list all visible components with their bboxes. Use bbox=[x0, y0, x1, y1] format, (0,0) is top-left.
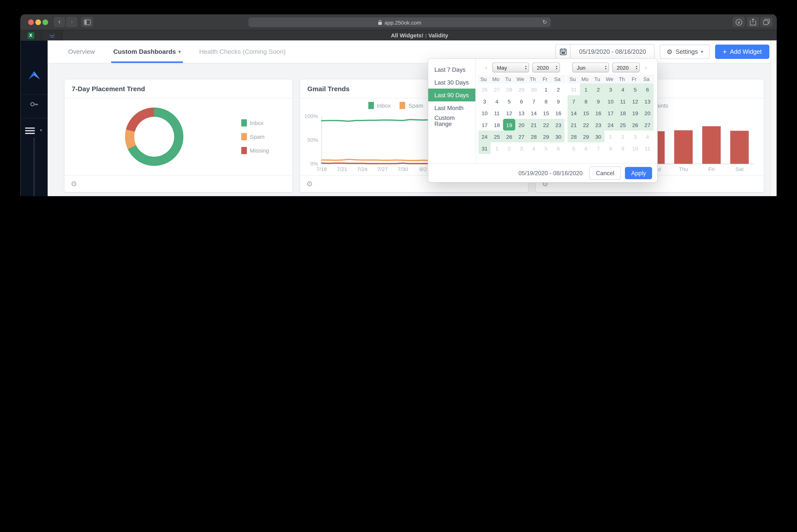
calendar-day[interactable]: 25 bbox=[617, 119, 629, 130]
calendar-day[interactable]: 19 bbox=[629, 107, 642, 119]
active-tab[interactable]: All Widgets! : Validity bbox=[62, 30, 777, 40]
refresh-icon[interactable]: ↻ bbox=[542, 19, 547, 25]
calendar-day[interactable]: 27 bbox=[642, 119, 654, 130]
calendar-day[interactable]: 15 bbox=[580, 107, 592, 119]
calendar-day[interactable]: 4 bbox=[528, 142, 540, 154]
calendar-day[interactable]: 11 bbox=[491, 107, 503, 119]
calendar-day[interactable]: 4 bbox=[491, 95, 503, 107]
sidebar-toggle-icon[interactable] bbox=[81, 17, 93, 27]
tab-overview[interactable]: Overview bbox=[68, 40, 95, 63]
cancel-button[interactable]: Cancel bbox=[589, 166, 621, 180]
tab-overview-icon[interactable] bbox=[760, 17, 773, 27]
calendar-day[interactable]: 6 bbox=[580, 142, 592, 154]
calendar-day[interactable]: 12 bbox=[629, 95, 642, 107]
calendar-day[interactable]: 22 bbox=[580, 119, 592, 130]
calendar-day[interactable]: 11 bbox=[642, 142, 654, 154]
tab-health-checks[interactable]: Health Checks (Coming Soon) bbox=[199, 40, 286, 63]
apply-button[interactable]: Apply bbox=[625, 167, 652, 179]
add-widget-button[interactable]: + Add Widget bbox=[715, 44, 770, 59]
calendar-day[interactable]: 18 bbox=[617, 107, 629, 119]
calendar-day[interactable]: 9 bbox=[592, 95, 604, 107]
calendar-day[interactable]: 14 bbox=[528, 107, 540, 119]
calendar-day[interactable]: 16 bbox=[552, 107, 564, 119]
calendar-day[interactable]: 5 bbox=[540, 142, 552, 154]
calendar-day[interactable]: 2 bbox=[617, 131, 629, 142]
calendar-day[interactable]: 6 bbox=[552, 142, 564, 154]
calendar-day[interactable]: 23 bbox=[552, 119, 564, 130]
datepicker-preset[interactable]: Last 7 Days bbox=[428, 63, 475, 76]
calendar-day[interactable]: 8 bbox=[580, 95, 592, 107]
page-scrollbar[interactable] bbox=[771, 40, 777, 196]
close-window-button[interactable] bbox=[28, 19, 34, 25]
datepicker-preset[interactable]: Last 30 Days bbox=[428, 76, 475, 89]
calendar-day[interactable]: 14 bbox=[568, 107, 580, 119]
calendar-day[interactable]: 16 bbox=[592, 107, 604, 119]
calendar-day[interactable]: 18 bbox=[491, 119, 503, 130]
downloads-icon[interactable] bbox=[733, 17, 745, 27]
calendar-day[interactable]: 5 bbox=[503, 95, 515, 107]
brand-logo-icon[interactable] bbox=[20, 70, 48, 81]
calendar-day[interactable]: 2 bbox=[552, 83, 564, 95]
date-range-field[interactable]: 05/19/2020 - 08/16/2020 bbox=[555, 44, 655, 59]
month-select[interactable]: Jun▴▾ bbox=[572, 62, 609, 72]
calendar-day[interactable]: 8 bbox=[540, 95, 552, 107]
calendar-day[interactable]: 30 bbox=[592, 131, 604, 142]
datepicker-preset[interactable]: Custom Range bbox=[428, 114, 475, 127]
calendar-day[interactable]: 7 bbox=[568, 95, 580, 107]
share-icon[interactable] bbox=[747, 17, 759, 27]
calendar-day[interactable]: 3 bbox=[478, 95, 491, 107]
calendar-day[interactable]: 15 bbox=[540, 107, 552, 119]
calendar-day[interactable]: 8 bbox=[604, 142, 617, 154]
url-bar[interactable]: app.250ok.com ↻ bbox=[248, 17, 551, 27]
calendar-day[interactable]: 9 bbox=[617, 142, 629, 154]
calendar-day[interactable]: 1 bbox=[491, 142, 503, 154]
calendar-day[interactable]: 24 bbox=[604, 119, 617, 130]
calendar-day[interactable]: 23 bbox=[592, 119, 604, 130]
calendar-day[interactable]: 6 bbox=[642, 83, 654, 95]
year-select[interactable]: 2020▴▾ bbox=[532, 62, 560, 72]
calendar-day[interactable]: 20 bbox=[642, 107, 654, 119]
calendar-icon[interactable] bbox=[556, 44, 571, 59]
calendar-day[interactable]: 4 bbox=[617, 83, 629, 95]
calendar-day[interactable]: 22 bbox=[540, 119, 552, 130]
calendar-day[interactable]: 1 bbox=[604, 131, 617, 142]
calendar-day[interactable]: 21 bbox=[528, 119, 540, 130]
calendar-day[interactable]: 11 bbox=[617, 95, 629, 107]
key-icon[interactable] bbox=[20, 100, 48, 109]
month-select[interactable]: May▴▾ bbox=[492, 62, 529, 72]
calendar-day[interactable]: 5 bbox=[629, 83, 642, 95]
calendar-day[interactable]: 26 bbox=[503, 131, 515, 142]
settings-button[interactable]: ⚙ Settings ▾ bbox=[660, 44, 710, 59]
calendar-day[interactable]: 10 bbox=[604, 95, 617, 107]
forward-button[interactable]: › bbox=[66, 17, 77, 27]
calendar-day[interactable]: 13 bbox=[515, 107, 527, 119]
calendar-day[interactable]: 28 bbox=[568, 131, 580, 142]
calendar-day[interactable]: 31 bbox=[568, 83, 580, 95]
calendar-day[interactable]: 2 bbox=[503, 142, 515, 154]
calendar-day[interactable]: 30 bbox=[552, 131, 564, 142]
calendar-day[interactable]: 10 bbox=[478, 107, 491, 119]
calendar-day[interactable]: 19 bbox=[503, 119, 515, 130]
calendar-day[interactable]: 1 bbox=[540, 83, 552, 95]
calendar-day[interactable]: 9 bbox=[552, 95, 564, 107]
calendar-day[interactable]: 10 bbox=[629, 142, 642, 154]
calendar-day[interactable]: 28 bbox=[503, 83, 515, 95]
calendar-day[interactable]: 12 bbox=[503, 107, 515, 119]
calendar-day[interactable]: 27 bbox=[491, 83, 503, 95]
widget-settings-icon[interactable]: ⚙ bbox=[306, 180, 313, 188]
calendar-day[interactable]: 26 bbox=[478, 83, 491, 95]
calendar-day[interactable]: 29 bbox=[540, 131, 552, 142]
calendar-day[interactable]: 4 bbox=[642, 131, 654, 142]
calendar-day[interactable]: 26 bbox=[629, 119, 642, 130]
calendar-day[interactable]: 29 bbox=[580, 131, 592, 142]
calendar-day[interactable]: 30 bbox=[528, 83, 540, 95]
calendar-day[interactable]: 24 bbox=[478, 131, 491, 142]
calendar-day[interactable]: 5 bbox=[568, 142, 580, 154]
calendar-day[interactable]: 28 bbox=[528, 131, 540, 142]
calendar-day[interactable]: 7 bbox=[592, 142, 604, 154]
calendar-day[interactable]: 29 bbox=[515, 83, 527, 95]
chevron-down-icon[interactable]: ▾ bbox=[40, 128, 42, 133]
calendar-day[interactable]: 31 bbox=[478, 142, 491, 154]
calendar-day[interactable]: 3 bbox=[515, 142, 527, 154]
calendar-day[interactable]: 20 bbox=[515, 119, 527, 130]
